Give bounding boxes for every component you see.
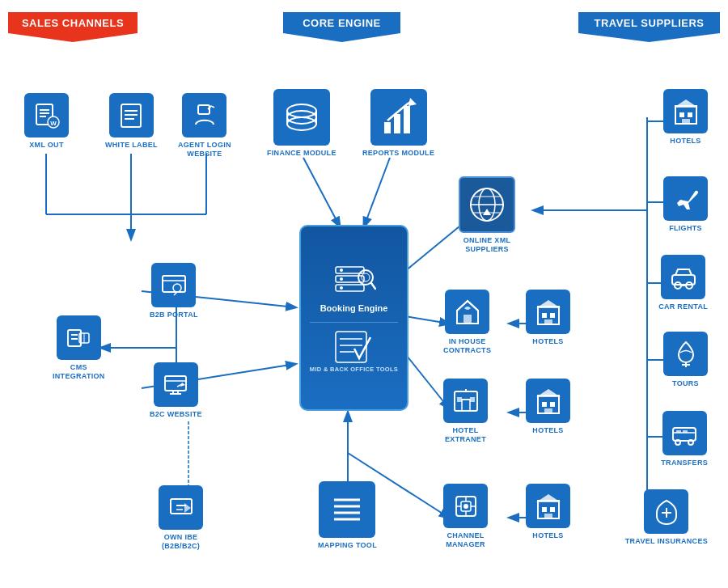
svg-rect-40 xyxy=(198,105,210,114)
finance-module-label: FINANCE MODULE xyxy=(267,149,336,158)
svg-rect-140 xyxy=(683,430,688,433)
svg-rect-111 xyxy=(542,402,547,407)
xml-out-label: XML OUT xyxy=(29,141,63,150)
svg-marker-99 xyxy=(536,300,561,308)
svg-point-141 xyxy=(675,440,680,445)
svg-marker-95 xyxy=(483,209,491,215)
flights-label: FLIGHTS xyxy=(669,224,702,233)
transfers-label: TRANSFERS xyxy=(661,459,708,467)
svg-point-81 xyxy=(362,273,370,281)
cms-integration-box: CMSINTEGRATION xyxy=(53,315,105,381)
svg-rect-97 xyxy=(463,315,472,324)
b2b-portal-icon xyxy=(151,263,196,307)
core-header-text: CORE ENGINE xyxy=(303,17,381,29)
svg-line-42 xyxy=(211,106,214,108)
finance-module-box: FINANCE MODULE xyxy=(267,89,336,158)
b2b-portal-box: B2B PORTAL xyxy=(150,263,198,319)
channel-manager-icon xyxy=(443,484,488,528)
finance-module-icon xyxy=(273,89,330,146)
own-ibe-icon xyxy=(159,485,203,530)
white-label-icon xyxy=(109,93,154,137)
svg-rect-139 xyxy=(676,430,681,433)
booking-engine-title: Booking Engine xyxy=(320,302,388,314)
car-rental-icon xyxy=(661,255,705,299)
car-rental-box: CAR RENTAL xyxy=(658,255,708,311)
reports-module-icon xyxy=(370,89,427,146)
svg-rect-112 xyxy=(550,402,555,407)
xml-out-box: W XML OUT xyxy=(24,93,69,150)
online-xml-icon xyxy=(459,176,515,233)
agent-login-icon xyxy=(182,93,226,137)
hotels-3-icon xyxy=(526,379,570,423)
flights-box: FLIGHTS xyxy=(663,176,708,233)
svg-rect-100 xyxy=(542,313,547,318)
hotels-2-box: HOTELS xyxy=(526,290,570,346)
svg-rect-128 xyxy=(679,112,684,117)
agent-login-label: AGENT LOGIN WEBSITE xyxy=(178,141,231,159)
hotels-3-label: HOTELS xyxy=(532,426,563,435)
white-label-box: WHITE LABEL xyxy=(105,93,158,150)
sales-channels-header: SALES CHANNELS xyxy=(8,12,138,42)
online-xml-label: ONLINE XMLSUPPLIERS xyxy=(463,236,511,254)
white-label-label: WHITE LABEL xyxy=(105,141,158,150)
svg-point-78 xyxy=(340,286,343,290)
reports-module-label: REPORTS MODULE xyxy=(362,149,434,158)
hotels-3-box: HOTELS xyxy=(526,379,570,435)
transfers-icon xyxy=(662,411,707,455)
svg-text:W: W xyxy=(50,120,57,127)
svg-point-116 xyxy=(463,504,468,509)
in-house-box: IN HOUSECONTRACTS xyxy=(443,290,491,355)
in-house-label: IN HOUSECONTRACTS xyxy=(443,337,491,355)
reports-module-box: REPORTS MODULE xyxy=(362,89,434,158)
svg-line-9 xyxy=(303,158,340,226)
sales-header-text: SALES CHANNELS xyxy=(22,17,124,29)
b2c-label: B2C WEBSITE xyxy=(150,410,202,419)
b2c-website-box: B2C WEBSITE xyxy=(150,362,202,419)
mapping-tool-label: MAPPING TOOL xyxy=(318,541,377,550)
diagram: SALES CHANNELS CORE ENGINE TRAVEL SUPPLI… xyxy=(0,0,728,588)
own-ibe-box: OWN IBE(B2B/B2C) xyxy=(159,485,203,551)
booking-engine-box: Booking Engine MID & BACK OFFICE TOOLS xyxy=(299,225,408,411)
agent-login-box: AGENT LOGIN WEBSITE xyxy=(178,93,231,159)
hotels-4-icon xyxy=(526,484,570,528)
hotel-extranet-box: HOTELEXTRANET xyxy=(443,379,488,444)
svg-rect-130 xyxy=(682,119,690,124)
svg-line-80 xyxy=(371,283,375,289)
b2c-icon xyxy=(154,362,198,407)
hotels-4-label: HOTELS xyxy=(532,531,563,540)
travel-header-text: TRAVEL SUPPLIERS xyxy=(594,17,704,29)
b2b-portal-label: B2B PORTAL xyxy=(150,311,198,319)
svg-rect-124 xyxy=(550,507,555,512)
tours-label: TOURS xyxy=(672,379,699,388)
svg-marker-127 xyxy=(674,99,698,108)
svg-line-41 xyxy=(208,106,211,109)
cms-icon xyxy=(57,315,101,360)
tours-box: TOURS xyxy=(663,332,708,388)
hotels-1-icon xyxy=(663,89,708,133)
hotels-2-label: HOTELS xyxy=(532,337,563,346)
flights-icon xyxy=(663,176,708,221)
svg-rect-82 xyxy=(336,332,366,362)
svg-point-76 xyxy=(340,269,343,272)
svg-marker-63 xyxy=(184,503,191,513)
hotels-1-box: HOTELS xyxy=(663,89,708,146)
hotels-2-icon xyxy=(526,290,570,334)
channel-manager-box: CHANNELMANAGER xyxy=(443,484,488,549)
svg-rect-104 xyxy=(462,400,470,411)
tours-icon xyxy=(663,332,708,376)
svg-rect-71 xyxy=(404,106,410,133)
svg-rect-137 xyxy=(673,428,696,441)
transfers-box: TRANSFERS xyxy=(661,411,708,467)
svg-rect-123 xyxy=(542,507,547,512)
svg-rect-70 xyxy=(394,114,400,133)
xml-out-icon: W xyxy=(24,93,69,137)
svg-marker-72 xyxy=(408,98,417,106)
own-ibe-label: OWN IBE(B2B/B2C) xyxy=(162,533,200,551)
svg-rect-107 xyxy=(470,397,475,402)
hotel-extranet-label: HOTELEXTRANET xyxy=(445,426,486,444)
svg-point-77 xyxy=(340,277,343,281)
svg-rect-125 xyxy=(544,514,552,518)
travel-insurances-box: TRAVEL INSURANCES xyxy=(625,489,708,546)
svg-marker-110 xyxy=(536,389,561,397)
svg-rect-106 xyxy=(457,397,462,402)
